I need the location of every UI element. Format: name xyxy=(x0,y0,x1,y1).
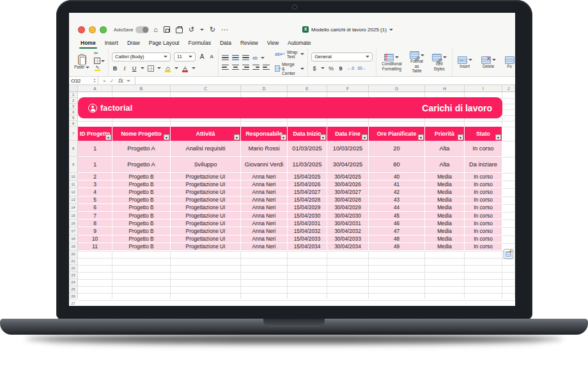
table-cell[interactable]: 5 xyxy=(78,196,112,204)
table-cell[interactable]: 43 xyxy=(369,196,425,204)
filter-button[interactable]: ▾ xyxy=(362,134,368,140)
table-cell[interactable]: 9 xyxy=(78,227,112,235)
table-cell[interactable]: In corso xyxy=(465,235,502,243)
column-header-J[interactable]: J xyxy=(502,85,515,92)
cancel-entry-icon[interactable]: × xyxy=(103,78,106,84)
table-cell[interactable]: Progettazione UI xyxy=(171,219,241,227)
cell-styles-button[interactable]: Cell Styles xyxy=(430,50,449,75)
comma-style-button[interactable]: 9 xyxy=(337,65,344,72)
table-cell[interactable]: Progettazione UI xyxy=(171,204,241,212)
table-cell[interactable]: Anna Neri xyxy=(241,180,288,188)
percent-button[interactable]: % xyxy=(328,65,334,72)
table-cell[interactable]: Sviluppo xyxy=(171,157,241,173)
table-cell[interactable]: 30/04/2025 xyxy=(327,157,369,173)
table-cell[interactable]: Anna Neri xyxy=(241,227,288,235)
italic-button[interactable]: I xyxy=(121,65,128,72)
table-cell[interactable]: 30/04/2029 xyxy=(327,204,369,212)
table-cell[interactable]: Progetto B xyxy=(112,235,171,243)
table-cell[interactable]: Anna Neri xyxy=(241,219,288,227)
table-cell[interactable]: Progettazione UI xyxy=(171,235,241,243)
table-cell[interactable]: Progetto B xyxy=(112,204,171,212)
table-cell[interactable]: 01/03/2025 xyxy=(288,141,327,157)
fill-color-chevron-icon[interactable] xyxy=(174,67,178,69)
font-name-combo[interactable]: Calibri (Body) xyxy=(112,52,171,61)
bold-button[interactable]: B xyxy=(112,65,118,72)
table-cell[interactable]: Da iniziare xyxy=(465,157,502,173)
table-cell[interactable]: Progetto B xyxy=(112,188,171,196)
align-bottom-icon[interactable] xyxy=(242,55,249,61)
filter-button[interactable]: ▾ xyxy=(495,134,501,140)
table-cell[interactable]: In corso xyxy=(465,243,502,251)
table-cell[interactable]: 30/04/2028 xyxy=(327,196,369,204)
table-cell[interactable]: Progettazione UI xyxy=(171,196,241,204)
delete-cells-button[interactable]: Delete xyxy=(479,50,498,75)
column-header-H[interactable]: H xyxy=(425,85,465,92)
table-cell[interactable]: 15/04/2034 xyxy=(288,243,327,251)
font-color-chevron-icon[interactable] xyxy=(192,67,196,69)
table-cell[interactable]: In corso xyxy=(465,196,502,204)
name-box-stepper[interactable]: ▲▼ xyxy=(93,78,96,83)
table-cell[interactable]: 45 xyxy=(369,212,425,219)
table-cell[interactable]: In corso xyxy=(465,173,502,180)
table-cell[interactable]: 46 xyxy=(369,219,425,227)
confirm-entry-icon[interactable]: ✓ xyxy=(110,78,114,84)
borders-chevron-icon[interactable] xyxy=(157,67,161,69)
table-cell[interactable]: Progetto A xyxy=(112,157,171,173)
row-header-16[interactable]: 16 xyxy=(69,219,77,227)
more-commands-icon[interactable]: ⋯ xyxy=(221,24,228,35)
table-cell[interactable]: Media xyxy=(425,212,465,219)
column-header-A[interactable]: A xyxy=(78,85,112,92)
table-cell[interactable]: Mario Rossi xyxy=(241,141,288,157)
tab-view[interactable]: View xyxy=(267,40,279,46)
row-header-2[interactable]: 2 xyxy=(69,98,77,104)
table-cell[interactable]: 15/04/2029 xyxy=(288,204,327,212)
row-header-9[interactable]: 9 xyxy=(69,157,77,173)
decrease-decimal-button[interactable]: .00→ xyxy=(357,66,366,70)
table-cell[interactable]: Anna Neri xyxy=(241,173,288,180)
wrap-text-chevron-icon[interactable] xyxy=(300,53,304,55)
table-cell[interactable]: 3 xyxy=(78,180,112,188)
table-cell[interactable]: 44 xyxy=(369,204,425,212)
table-cell[interactable]: 30/04/2025 xyxy=(327,173,369,180)
table-cell[interactable]: Progettazione UI xyxy=(171,188,241,196)
table-cell[interactable]: In corso xyxy=(465,204,502,212)
table-cell[interactable]: Progetto B xyxy=(112,180,171,188)
table-cell[interactable]: 49 xyxy=(369,243,425,251)
table-cell[interactable]: 15/04/2033 xyxy=(288,235,327,243)
cut-icon[interactable]: ✂ xyxy=(94,50,105,56)
row-header-7[interactable]: 7 xyxy=(69,127,77,141)
row-header-25[interactable]: 25 xyxy=(69,286,77,293)
table-cell[interactable]: 30/04/2033 xyxy=(327,235,369,243)
table-cell[interactable]: Progetto A xyxy=(112,141,171,157)
wrap-text-label[interactable]: Wrap Text xyxy=(287,50,298,59)
paste-button[interactable]: Paste xyxy=(72,50,91,75)
row-header-14[interactable]: 14 xyxy=(69,204,77,212)
shrink-font-button[interactable]: A xyxy=(208,54,215,60)
align-middle-icon[interactable] xyxy=(232,55,239,61)
table-cell[interactable]: Progettazione UI xyxy=(171,173,241,180)
table-cell[interactable]: Progetto B xyxy=(112,212,171,219)
table-cell[interactable]: Progettazione UI xyxy=(171,243,241,251)
underline-button[interactable]: U xyxy=(131,65,137,72)
tab-data[interactable]: Data xyxy=(220,40,231,46)
table-cell[interactable]: Anna Neri xyxy=(241,196,288,204)
underline-chevron-icon[interactable] xyxy=(141,67,144,69)
currency-chevron-icon[interactable] xyxy=(321,67,325,69)
increase-decimal-button[interactable]: ←.0 xyxy=(347,66,353,70)
table-cell[interactable]: 8 xyxy=(78,219,112,227)
table-cell[interactable]: In corso xyxy=(465,227,502,235)
table-cell[interactable]: 1 xyxy=(78,141,112,157)
number-format-combo[interactable]: General xyxy=(311,52,373,61)
select-all-corner[interactable] xyxy=(69,85,78,92)
insert-cells-button[interactable]: Insert xyxy=(456,50,474,75)
table-cell[interactable]: In corso xyxy=(465,141,502,157)
column-header-B[interactable]: B xyxy=(112,85,171,92)
tab-review[interactable]: Review xyxy=(240,40,258,46)
row-header-12[interactable]: 12 xyxy=(69,188,77,196)
currency-button[interactable]: $ xyxy=(311,65,318,72)
filter-button[interactable]: ▾ xyxy=(458,134,463,140)
align-top-icon[interactable] xyxy=(222,55,229,61)
table-cell[interactable]: 15/04/2031 xyxy=(288,219,327,227)
table-cell[interactable]: 20 xyxy=(369,141,425,157)
column-header-F[interactable]: F xyxy=(327,85,369,92)
